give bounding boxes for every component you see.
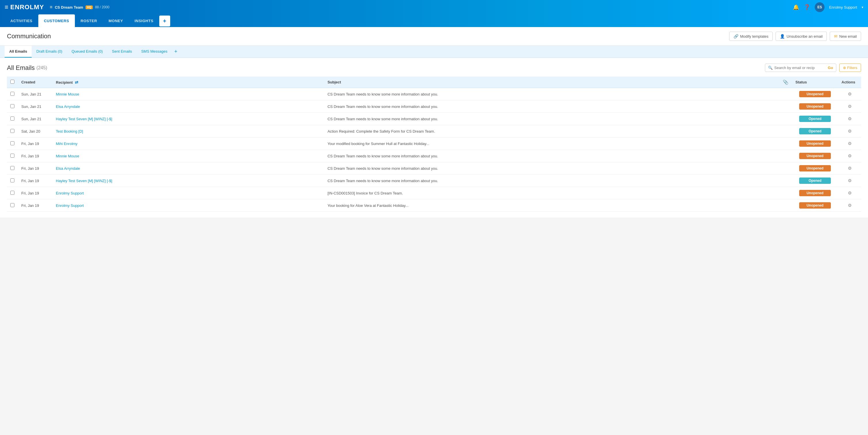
gear-icon-2[interactable]: ⚙ xyxy=(848,116,851,121)
row-checkbox-0[interactable] xyxy=(10,92,14,96)
gear-icon-7[interactable]: ⚙ xyxy=(848,178,851,183)
search-input[interactable] xyxy=(774,66,826,70)
unsubscribe-icon: 👤 xyxy=(780,34,785,39)
main-nav: ACTIVITIES CUSTOMERS ROSTER MONEY INSIGH… xyxy=(0,14,868,27)
table-row: Fri, Jan 19 Hayley Test Seven [M] [WINZ]… xyxy=(7,175,861,187)
recipient-link-8[interactable]: Enrolmy Support xyxy=(56,191,84,195)
row-attachment-3 xyxy=(779,125,792,137)
row-attach-empty-1 xyxy=(297,100,324,113)
emails-header: All Emails (245) 🔍 Go ⊕ Filters xyxy=(7,64,861,72)
status-badge-3: Opened xyxy=(799,128,831,134)
nav-item-roster[interactable]: ROSTER xyxy=(75,14,103,27)
nav-plus-button[interactable]: + xyxy=(159,15,170,27)
status-badge-7: Opened xyxy=(799,177,831,184)
gear-icon-6[interactable]: ⚙ xyxy=(848,166,851,171)
header-subject: Subject xyxy=(324,76,779,88)
sort-icon[interactable]: ⇄ xyxy=(75,80,78,85)
row-status-7: Opened xyxy=(792,175,838,187)
tab-all-emails[interactable]: All Emails xyxy=(5,46,32,58)
recipient-link-4[interactable]: Mihi Enrolmy xyxy=(56,141,78,146)
tab-queued-emails[interactable]: Queued Emails (0) xyxy=(67,46,107,58)
row-created-2: Sun, Jan 21 xyxy=(18,113,53,125)
row-subject-0: CS Dream Team needs to know some more in… xyxy=(324,88,779,100)
recipient-link-3[interactable]: Test Booking [D] xyxy=(56,129,83,133)
nav-item-insights[interactable]: INSIGHTS xyxy=(129,14,159,27)
row-actions-1: ⚙ xyxy=(838,100,861,113)
recipient-link-0[interactable]: Minnie Mouse xyxy=(56,92,79,96)
tab-sent-emails[interactable]: Sent Emails xyxy=(107,46,136,58)
row-status-3: Opened xyxy=(792,125,838,137)
row-checkbox-7[interactable] xyxy=(10,178,14,182)
status-badge-6: Unopened xyxy=(799,165,831,171)
row-checkbox-1[interactable] xyxy=(10,104,14,108)
table-header-row: Created Recipient ⇄ Subject 📎 Status Act… xyxy=(7,76,861,88)
new-email-button[interactable]: ✉ New email xyxy=(830,32,861,41)
row-actions-4: ⚙ xyxy=(838,137,861,150)
gear-icon-8[interactable]: ⚙ xyxy=(848,191,851,195)
recipient-link-6[interactable]: Elsa Arryndale xyxy=(56,166,80,171)
row-actions-2: ⚙ xyxy=(838,113,861,125)
row-actions-9: ⚙ xyxy=(838,199,861,212)
recipient-link-5[interactable]: Minnie Mouse xyxy=(56,154,79,158)
gear-icon-9[interactable]: ⚙ xyxy=(848,203,851,208)
row-created-8: Fri, Jan 19 xyxy=(18,187,53,199)
row-subject-3: Action Required: Complete the Safety For… xyxy=(324,125,779,137)
row-checkbox-cell xyxy=(7,88,18,100)
row-subject-1: CS Dream Team needs to know some more in… xyxy=(324,100,779,113)
question-icon[interactable]: ❓ xyxy=(804,4,810,10)
row-subject-2: CS Dream Team needs to know some more in… xyxy=(324,113,779,125)
bell-icon[interactable]: 🔔 xyxy=(793,4,799,10)
page-header: Communication 🔗 Modify templates 👤 Unsub… xyxy=(0,27,868,46)
row-recipient-4: Mihi Enrolmy xyxy=(53,137,297,150)
row-checkbox-6[interactable] xyxy=(10,166,14,170)
hq-badge: HQ xyxy=(86,5,93,9)
email-table: Created Recipient ⇄ Subject 📎 Status Act… xyxy=(7,76,861,212)
gear-icon-1[interactable]: ⚙ xyxy=(848,104,851,109)
row-subject-8: [IN-CSD001503] Invoice for CS Dream Team… xyxy=(324,187,779,199)
tab-draft-emails[interactable]: Draft Emails (0) xyxy=(32,46,67,58)
search-icon: 🔍 xyxy=(768,66,773,70)
status-badge-0: Unopened xyxy=(799,91,831,97)
header-attach-icon-col: 📎 xyxy=(779,76,792,88)
recipient-link-2[interactable]: Hayley Test Seven [M] [WINZ] [-$] xyxy=(56,117,112,121)
filters-button[interactable]: ⊕ Filters xyxy=(839,64,861,72)
recipient-link-1[interactable]: Elsa Arryndale xyxy=(56,104,80,109)
row-checkbox-8[interactable] xyxy=(10,191,14,195)
table-row: Fri, Jan 19 Mihi Enrolmy Your modified b… xyxy=(7,137,861,150)
tab-plus-button[interactable]: + xyxy=(172,46,180,57)
gear-icon-4[interactable]: ⚙ xyxy=(848,141,851,146)
row-checkbox-cell xyxy=(7,125,18,137)
nav-item-customers[interactable]: CUSTOMERS xyxy=(38,14,75,27)
gear-icon-3[interactable]: ⚙ xyxy=(848,129,851,133)
row-checkbox-3[interactable] xyxy=(10,129,14,133)
user-caret[interactable]: ▾ xyxy=(862,5,863,9)
unsubscribe-email-button[interactable]: 👤 Unsubscribe an email xyxy=(776,32,827,41)
tabs-bar: All Emails Draft Emails (0) Queued Email… xyxy=(0,46,868,58)
row-checkbox-cell xyxy=(7,113,18,125)
table-row: Sun, Jan 21 Hayley Test Seven [M] [WINZ]… xyxy=(7,113,861,125)
recipient-link-9[interactable]: Enrolmy Support xyxy=(56,203,84,208)
header-right: 🔔 ❓ ES Enrolmy Support ▾ xyxy=(793,2,863,12)
row-recipient-7: Hayley Test Seven [M] [WINZ] [-$] xyxy=(53,175,297,187)
row-checkbox-2[interactable] xyxy=(10,116,14,121)
row-checkbox-4[interactable] xyxy=(10,141,14,145)
status-badge-9: Unopened xyxy=(799,202,831,209)
row-attach-empty-8 xyxy=(297,187,324,199)
row-subject-5: CS Dream Team needs to know some more in… xyxy=(324,150,779,162)
recipient-link-7[interactable]: Hayley Test Seven [M] [WINZ] [-$] xyxy=(56,179,112,183)
row-checkbox-5[interactable] xyxy=(10,154,14,158)
org-name: CS Dream Team xyxy=(55,5,83,9)
row-status-6: Unopened xyxy=(792,162,838,175)
gear-icon-5[interactable]: ⚙ xyxy=(848,153,851,158)
table-row: Sun, Jan 21 Minnie Mouse CS Dream Team n… xyxy=(7,88,861,100)
select-all-checkbox[interactable] xyxy=(10,80,14,84)
modify-templates-button[interactable]: 🔗 Modify templates xyxy=(729,32,773,41)
row-checkbox-9[interactable] xyxy=(10,203,14,207)
gear-icon-0[interactable]: ⚙ xyxy=(848,92,851,96)
nav-item-activities[interactable]: ACTIVITIES xyxy=(5,14,38,27)
tab-sms-messages[interactable]: SMS Messages xyxy=(136,46,172,58)
row-attachment-6 xyxy=(779,162,792,175)
hamburger-icon[interactable]: ≡ xyxy=(50,5,53,10)
nav-item-money[interactable]: MONEY xyxy=(103,14,129,27)
search-go-button[interactable]: Go xyxy=(828,66,833,70)
